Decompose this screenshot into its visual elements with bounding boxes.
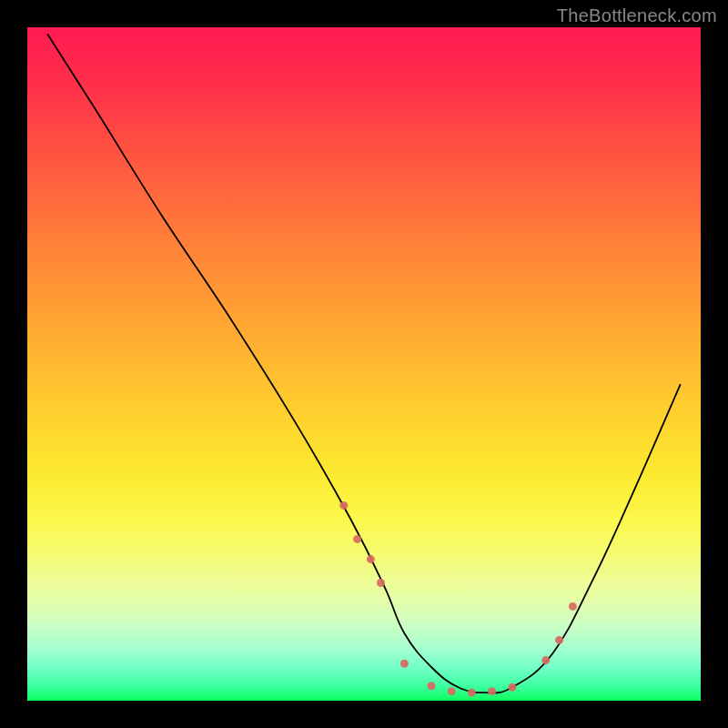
curve-marker [508, 683, 516, 692]
curve-marker [377, 579, 385, 587]
curve-marker [428, 682, 436, 690]
plot-area [27, 27, 701, 701]
curve-marker [353, 535, 361, 543]
watermark-label: TheBottleneck.com [557, 5, 717, 26]
curve-layer [27, 27, 701, 701]
curve-marker [400, 660, 409, 668]
curve-marker [448, 687, 456, 695]
chart-container: TheBottleneck.com [0, 0, 728, 728]
bottleneck-curve [47, 34, 681, 693]
curve-marker [367, 555, 375, 563]
curve-marker [468, 689, 476, 697]
curve-marker [569, 602, 577, 611]
curve-marker [555, 636, 563, 644]
curve-marker [339, 501, 348, 510]
curve-marker [541, 656, 550, 664]
curve-marker [488, 687, 496, 695]
